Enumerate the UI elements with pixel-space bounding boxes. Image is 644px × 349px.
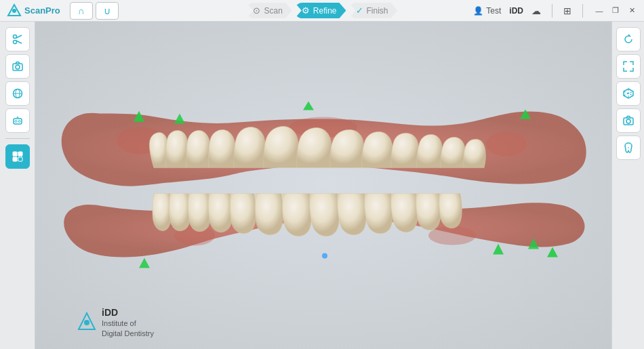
svg-rect-17	[18, 157, 22, 161]
upper-arch-button[interactable]: ∩	[70, 2, 93, 20]
user-icon: 👤	[473, 6, 483, 16]
cube-icon	[622, 87, 635, 100]
tooth-tool-button[interactable]	[616, 136, 641, 160]
step-refine-button[interactable]: ⚙ Refine	[295, 3, 346, 18]
snapshot-icon	[622, 115, 635, 127]
lower-arch-button[interactable]: ∪	[96, 2, 119, 20]
app-logo: ScanPro	[7, 3, 60, 18]
view-tool-button[interactable]	[5, 81, 30, 106]
svg-marker-29	[139, 258, 150, 268]
cube-tool-button[interactable]	[616, 81, 641, 106]
idd-text-block: iDD Institute of Digital Dentistry	[102, 306, 154, 338]
left-sidebar-divider	[5, 138, 30, 139]
window-controls: — ❐ ✕	[594, 5, 637, 16]
finish-step-icon: ✓	[356, 5, 363, 16]
mask-icon	[12, 115, 24, 127]
svg-marker-32	[547, 247, 558, 257]
scissors-icon	[12, 33, 24, 45]
expand-tool-button[interactable]	[616, 54, 641, 79]
step-scan-button[interactable]: ⊙ Scan	[246, 3, 291, 18]
close-button[interactable]: ✕	[626, 5, 637, 16]
svg-rect-14	[13, 152, 17, 156]
idd-name-label: iDD	[102, 306, 154, 319]
scan-3d-view	[59, 73, 588, 289]
camera-icon	[12, 60, 24, 73]
idd-logo-icon	[76, 312, 98, 333]
left-sidebar	[0, 22, 35, 349]
svg-point-7	[16, 65, 20, 69]
cloud-icon[interactable]: ☁	[531, 5, 541, 16]
rotate-icon	[622, 33, 635, 45]
svg-marker-26	[174, 113, 185, 123]
svg-point-13	[18, 121, 20, 123]
app-logo-icon	[7, 3, 22, 18]
app-name-label: ScanPro	[24, 5, 60, 16]
snapshot-tool-button[interactable]	[616, 108, 641, 133]
svg-rect-16	[13, 157, 17, 161]
svg-marker-27	[303, 101, 314, 110]
user-info: 👤 Test	[473, 6, 501, 16]
mask-tool-button[interactable]	[5, 108, 30, 133]
brand-label: iDD	[509, 6, 523, 16]
camera-tool-button[interactable]	[5, 54, 30, 79]
svg-point-33	[322, 253, 327, 258]
svg-rect-15	[18, 152, 22, 156]
scan-step-label: Scan	[264, 6, 282, 16]
refine-step-label: Refine	[313, 6, 337, 16]
align-tool-button[interactable]	[5, 144, 30, 169]
username-label: Test	[486, 6, 501, 16]
globe-icon	[12, 87, 24, 100]
right-sidebar	[611, 22, 644, 349]
svg-point-2	[13, 35, 16, 39]
restore-button[interactable]: ❐	[610, 5, 621, 16]
svg-marker-35	[628, 34, 631, 37]
svg-point-12	[15, 121, 17, 123]
svg-point-40	[626, 119, 630, 123]
svg-point-21	[486, 131, 527, 156]
step-finish-button[interactable]: ✓ Finish	[349, 3, 398, 18]
svg-point-34	[84, 320, 89, 325]
titlebar-right: 👤 Test iDD ☁ ⊞ — ❐ ✕	[473, 4, 637, 18]
svg-point-3	[13, 41, 16, 44]
titlebar-left: ScanPro ∩ ∪	[7, 0, 124, 24]
finish-step-label: Finish	[367, 6, 388, 16]
cut-tool-button[interactable]	[5, 27, 30, 52]
tooth-icon	[622, 142, 635, 154]
dental-scan-svg	[59, 73, 588, 289]
titlebar: ScanPro ∩ ∪ ⊙ Scan ⚙ Refine ✓ Finish 👤 T…	[0, 0, 644, 22]
workflow-steps: ⊙ Scan ⚙ Refine ✓ Finish	[246, 3, 397, 18]
arch-button-group: ∩ ∪	[64, 0, 124, 24]
titlebar-divider	[552, 4, 552, 18]
refine-step-icon: ⚙	[302, 5, 310, 16]
minimize-button[interactable]: —	[594, 5, 605, 16]
main-area: iDD Institute of Digital Dentistry	[0, 22, 644, 349]
idd-line2: Digital Dentistry	[102, 329, 154, 338]
titlebar-divider2	[582, 4, 583, 18]
expand-icon	[622, 60, 635, 73]
svg-point-1	[12, 9, 16, 13]
svg-marker-30	[493, 243, 504, 254]
scan-step-icon: ⊙	[253, 5, 260, 16]
rotate-tool-button[interactable]	[616, 27, 641, 52]
3d-viewport[interactable]: iDD Institute of Digital Dentistry	[35, 22, 611, 349]
bottom-logo: iDD Institute of Digital Dentistry	[76, 306, 154, 338]
grid-icon[interactable]: ⊞	[563, 5, 571, 16]
align-icon	[12, 150, 24, 163]
idd-line1: Institute of	[102, 319, 154, 328]
svg-point-24	[428, 226, 476, 245]
